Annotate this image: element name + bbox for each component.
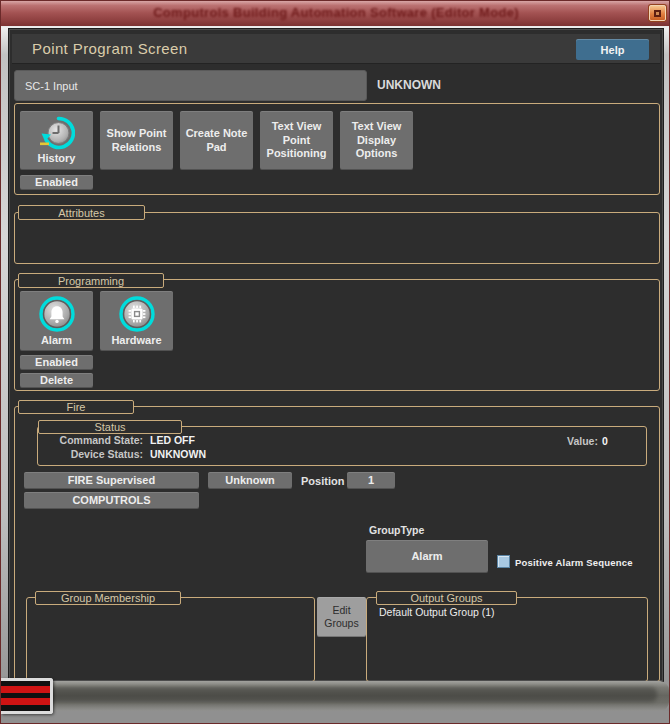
device-status-value: UNKNOWN [150,448,206,460]
bottom-bar-groove [15,687,657,702]
content-area: Point Program Screen Help UNKNOWN [9,29,663,681]
computrols-button[interactable]: COMPUTROLS [24,492,199,509]
command-state-value: LED OFF [150,434,195,446]
chip-icon [118,295,156,333]
history-button[interactable]: History [20,111,93,170]
alarm-button-label: Alarm [41,334,72,348]
positive-alarm-sequence-checkbox[interactable] [497,555,510,568]
point-name-input[interactable] [14,70,367,101]
corner-app-icon[interactable] [1,678,53,714]
status-legend: Status [38,420,182,434]
group-type-button[interactable]: Alarm [366,540,488,573]
attributes-legend: Attributes [18,205,145,220]
text-view-point-positioning-button[interactable]: Text View Point Positioning [260,111,333,170]
create-note-pad-button[interactable]: Create Note Pad [180,111,253,170]
bottom-bar [3,681,669,711]
delete-button[interactable]: Delete [20,373,93,388]
help-button[interactable]: Help [576,39,649,60]
window-title: Computrols Building Automation Software … [1,5,670,20]
history-clock-icon [39,115,75,151]
hardware-button[interactable]: Hardware [100,291,173,351]
output-groups-legend: Output Groups [376,591,517,605]
position-value-button[interactable]: 1 [347,472,395,489]
group-type-label: GroupType [369,524,424,536]
point-value: Value:0 [567,435,608,447]
position-label: Position [301,475,344,487]
fire-legend: Fire [18,400,134,414]
close-button[interactable] [649,5,666,21]
page-title: Point Program Screen [32,34,188,64]
subtype-unknown-button[interactable]: Unknown [208,472,292,489]
titlebar[interactable]: Computrols Building Automation Software … [1,1,670,27]
history-button-label: History [38,152,76,166]
header-bar: Point Program Screen Help [12,34,660,64]
output-group-item[interactable]: Default Output Group (1) [379,606,495,618]
group-membership-legend: Group Membership [35,591,181,605]
group-membership-group [26,597,315,682]
programming-legend: Programming [18,273,164,288]
bell-icon [38,295,76,333]
edit-groups-button[interactable]: Edit Groups [317,597,366,637]
hardware-button-label: Hardware [111,334,161,348]
point-program-window: Computrols Building Automation Software … [0,0,670,724]
history-enabled-button[interactable]: Enabled [20,175,93,190]
fire-supervised-button[interactable]: FIRE Supervised [24,472,199,489]
desktop-strip [1,711,670,724]
value-number: 0 [602,435,608,447]
show-point-relations-button[interactable]: Show Point Relations [100,111,173,170]
programming-enabled-button[interactable]: Enabled [20,355,93,370]
positive-alarm-sequence-label: Positive Alarm Sequence [515,557,633,568]
device-status-label: Device Status: [46,448,143,460]
alarm-button[interactable]: Alarm [20,291,93,351]
output-groups-group: Default Output Group (1) [366,597,648,682]
point-state-label: UNKNOWN [377,78,441,92]
value-label: Value: [567,435,598,447]
command-state-label: Command State: [46,434,143,446]
text-view-display-options-button[interactable]: Text View Display Options [340,111,413,170]
close-icon [654,10,661,17]
